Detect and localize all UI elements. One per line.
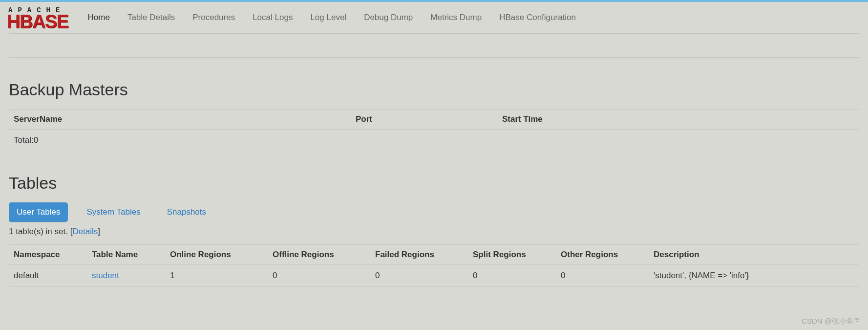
- col-servername: ServerName: [9, 110, 351, 130]
- nav-home[interactable]: Home: [79, 3, 119, 32]
- col-split-regions: Split Regions: [468, 245, 556, 265]
- nav-procedures[interactable]: Procedures: [184, 3, 244, 32]
- cell-namespace: default: [9, 265, 87, 287]
- nav-log-level[interactable]: Log Level: [301, 3, 355, 32]
- tab-user-tables[interactable]: User Tables: [9, 202, 68, 222]
- col-offline-regions: Offline Regions: [268, 245, 370, 265]
- cell-offline: 0: [268, 265, 370, 287]
- nav-debug-dump[interactable]: Debug Dump: [355, 3, 422, 32]
- col-namespace: Namespace: [9, 245, 87, 265]
- cell-other: 0: [556, 265, 649, 287]
- tables-summary-suffix: ]: [98, 227, 100, 236]
- tables-heading: Tables: [9, 174, 859, 193]
- tables-summary: 1 table(s) in set. [Details]: [9, 227, 859, 237]
- cell-table-name: student: [87, 265, 165, 287]
- cell-online: 1: [165, 265, 268, 287]
- navbar: APACHE HBASE Home Table Details Procedur…: [0, 2, 868, 33]
- tables-tabs: User Tables System Tables Snapshots: [9, 202, 859, 222]
- cell-failed: 0: [370, 265, 468, 287]
- table-header-row: Namespace Table Name Online Regions Offl…: [9, 245, 859, 265]
- page-body: Backup Masters ServerName Port Start Tim…: [9, 33, 859, 287]
- cell-split: 0: [468, 265, 556, 287]
- logo-hbase-text: HBASE: [7, 14, 68, 29]
- nav-local-logs[interactable]: Local Logs: [244, 3, 301, 32]
- nav-items: Home Table Details Procedures Local Logs…: [79, 3, 585, 32]
- table-header-row: ServerName Port Start Time: [9, 110, 859, 130]
- cell-description: 'student', {NAME => 'info'}: [649, 265, 859, 287]
- nav-table-details[interactable]: Table Details: [119, 3, 184, 32]
- tables-summary-prefix: 1 table(s) in set. [: [9, 227, 72, 236]
- backup-masters-table: ServerName Port Start Time Total:0: [9, 109, 859, 151]
- user-tables-table: Namespace Table Name Online Regions Offl…: [9, 244, 859, 287]
- nav-hbase-config[interactable]: HBase Configuration: [490, 3, 585, 32]
- col-failed-regions: Failed Regions: [370, 245, 468, 265]
- table-row: default student 1 0 0 0 0 'student', {NA…: [9, 265, 859, 287]
- table-total-row: Total:0: [9, 130, 859, 152]
- col-description: Description: [649, 245, 859, 265]
- col-start-time: Start Time: [497, 110, 859, 130]
- col-table-name: Table Name: [87, 245, 165, 265]
- tables-details-link[interactable]: Details: [72, 227, 98, 236]
- tab-snapshots[interactable]: Snapshots: [159, 202, 214, 222]
- backup-masters-heading: Backup Masters: [9, 80, 859, 99]
- table-link[interactable]: student: [92, 271, 119, 280]
- col-online-regions: Online Regions: [165, 245, 268, 265]
- page-inner: Backup Masters ServerName Port Start Tim…: [9, 57, 859, 287]
- logo[interactable]: APACHE HBASE: [7, 6, 68, 29]
- col-port: Port: [351, 110, 497, 130]
- tab-system-tables[interactable]: System Tables: [79, 202, 148, 222]
- backup-total: Total:0: [9, 130, 351, 152]
- nav-metrics-dump[interactable]: Metrics Dump: [422, 3, 490, 32]
- col-other-regions: Other Regions: [556, 245, 649, 265]
